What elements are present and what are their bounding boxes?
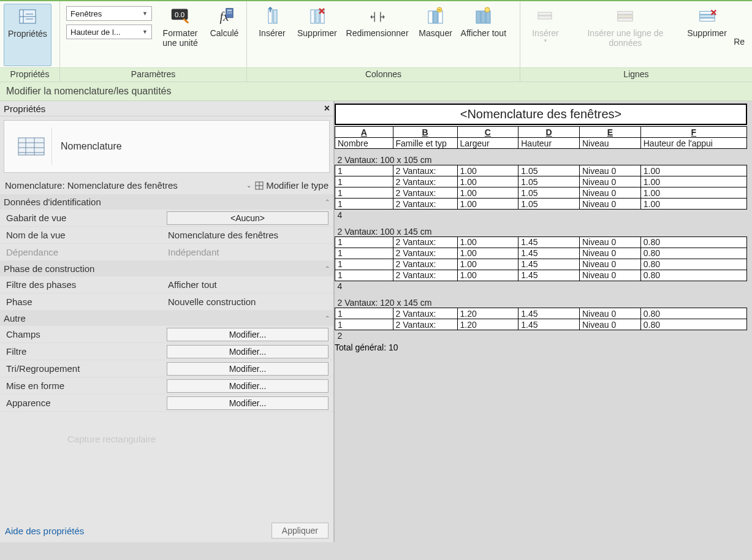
edit-type-button[interactable]: Modifier le type bbox=[255, 180, 329, 191]
delete-row-button[interactable]: Supprimer bbox=[684, 4, 731, 66]
table-cell[interactable]: 2 Vantaux: bbox=[393, 199, 457, 210]
apply-button[interactable]: Appliquer bbox=[272, 523, 329, 539]
type-selector[interactable]: Nomenclature bbox=[4, 120, 330, 173]
table-cell[interactable]: Niveau 0 bbox=[580, 176, 641, 187]
insert-column-button[interactable]: Insérer bbox=[251, 4, 294, 66]
table-cell[interactable]: 1.45 bbox=[518, 248, 580, 259]
resize-column-button[interactable]: Redimensionner bbox=[341, 4, 414, 66]
table-cell[interactable]: 1.45 bbox=[518, 259, 580, 270]
table-cell[interactable]: 1.05 bbox=[518, 176, 580, 187]
table-cell[interactable]: 1.05 bbox=[518, 165, 580, 176]
table-cell[interactable]: 1 bbox=[335, 248, 393, 259]
table-cell[interactable]: 2 Vantaux: bbox=[393, 176, 457, 187]
format-unit-button[interactable]: 0.0 Formater une unité bbox=[154, 4, 206, 66]
phase-value[interactable]: Nouvelle construction bbox=[165, 297, 333, 307]
parameter-field-combo[interactable]: Hauteur de l... ▼ bbox=[66, 25, 152, 39]
table-cell[interactable]: 2 Vantaux: bbox=[393, 248, 457, 259]
table-cell[interactable]: Niveau 0 bbox=[580, 308, 641, 319]
table-row[interactable]: 12 Vantaux:1.201.45Niveau 00.80 bbox=[335, 308, 747, 319]
format-edit-button[interactable]: Modifier... bbox=[167, 379, 329, 393]
table-cell[interactable]: 1.45 bbox=[518, 236, 580, 248]
column-letter[interactable]: D bbox=[518, 127, 580, 138]
ribbon-properties-button[interactable]: Propriétés bbox=[4, 4, 51, 66]
table-cell[interactable]: 0.80 bbox=[640, 319, 746, 330]
table-cell[interactable]: 1 bbox=[335, 165, 393, 176]
table-cell[interactable]: 1 bbox=[335, 259, 393, 270]
table-cell[interactable]: 1.00 bbox=[640, 199, 746, 210]
table-row[interactable]: 12 Vantaux:1.001.45Niveau 00.80 bbox=[335, 236, 747, 248]
hide-column-button[interactable]: Masquer bbox=[414, 4, 457, 66]
schedule-view[interactable]: <Nomenclature des fenêtres> ABCDEFNombre… bbox=[335, 101, 752, 542]
column-header[interactable]: Hauteur de l'appui bbox=[640, 138, 746, 149]
table-cell[interactable]: 1.45 bbox=[518, 308, 580, 319]
table-cell[interactable]: 1 bbox=[335, 176, 393, 187]
table-cell[interactable]: 1.00 bbox=[457, 259, 518, 270]
table-row[interactable]: 12 Vantaux:1.001.45Niveau 00.80 bbox=[335, 259, 747, 270]
table-cell[interactable]: 1 bbox=[335, 308, 393, 319]
table-cell[interactable]: 2 Vantaux: bbox=[393, 236, 457, 248]
table-cell[interactable]: Niveau 0 bbox=[580, 165, 641, 176]
table-row[interactable]: 12 Vantaux:1.001.45Niveau 00.80 bbox=[335, 248, 747, 259]
column-header[interactable]: Niveau bbox=[580, 138, 641, 149]
parameter-category-combo[interactable]: Fenêtres ▼ bbox=[66, 6, 152, 21]
appearance-edit-button[interactable]: Modifier... bbox=[167, 396, 329, 410]
properties-help-link[interactable]: Aide des propriétés bbox=[5, 526, 84, 536]
resize-row-button[interactable]: Re bbox=[730, 4, 748, 66]
instance-select[interactable]: Nomenclature: Nomenclature des fenêtres bbox=[5, 180, 243, 191]
table-cell[interactable]: Niveau 0 bbox=[580, 319, 641, 330]
column-header[interactable]: Famille et typ bbox=[393, 138, 457, 149]
table-cell[interactable]: 1.00 bbox=[457, 199, 518, 210]
section-other-header[interactable]: Autre ⌃ bbox=[0, 311, 333, 326]
schedule-table[interactable]: ABCDEFNombreFamille et typLargeurHauteur… bbox=[335, 126, 747, 341]
table-row[interactable]: 12 Vantaux:1.001.45Niveau 00.80 bbox=[335, 270, 747, 281]
table-cell[interactable]: 1.05 bbox=[518, 187, 580, 199]
table-cell[interactable]: 1.00 bbox=[457, 236, 518, 248]
table-cell[interactable]: 0.80 bbox=[640, 270, 746, 281]
column-letter[interactable]: F bbox=[640, 127, 746, 138]
table-row[interactable]: 12 Vantaux:1.001.05Niveau 01.00 bbox=[335, 176, 747, 187]
section-identification-header[interactable]: Données d'identification ⌃ bbox=[0, 194, 333, 210]
column-header[interactable]: Hauteur bbox=[518, 138, 580, 149]
table-cell[interactable]: 1 bbox=[335, 236, 393, 248]
column-header[interactable]: Nombre bbox=[335, 138, 393, 149]
table-cell[interactable]: 1.20 bbox=[457, 308, 518, 319]
column-header[interactable]: Largeur bbox=[457, 138, 518, 149]
table-cell[interactable]: 1 bbox=[335, 199, 393, 210]
sort-edit-button[interactable]: Modifier... bbox=[167, 362, 329, 376]
table-cell[interactable]: Niveau 0 bbox=[580, 199, 641, 210]
table-cell[interactable]: Niveau 0 bbox=[580, 236, 641, 248]
table-cell[interactable]: 1.20 bbox=[457, 319, 518, 330]
table-cell[interactable]: 1.00 bbox=[640, 176, 746, 187]
table-cell[interactable]: Niveau 0 bbox=[580, 248, 641, 259]
table-cell[interactable]: 2 Vantaux: bbox=[393, 187, 457, 199]
table-row[interactable]: 12 Vantaux:1.001.05Niveau 01.00 bbox=[335, 187, 747, 199]
delete-column-button[interactable]: Supprimer bbox=[294, 4, 341, 66]
table-cell[interactable]: 1.45 bbox=[518, 319, 580, 330]
filter-edit-button[interactable]: Modifier... bbox=[167, 345, 329, 358]
table-cell[interactable]: 2 Vantaux: bbox=[393, 308, 457, 319]
table-cell[interactable]: 0.80 bbox=[640, 308, 746, 319]
table-cell[interactable]: Niveau 0 bbox=[580, 187, 641, 199]
viewname-value[interactable]: Nomenclature des fenêtres bbox=[165, 230, 333, 240]
table-cell[interactable]: 2 Vantaux: bbox=[393, 165, 457, 176]
table-cell[interactable]: 1.00 bbox=[457, 248, 518, 259]
fields-edit-button[interactable]: Modifier... bbox=[167, 328, 329, 341]
table-cell[interactable]: 1.00 bbox=[640, 165, 746, 176]
table-cell[interactable]: 2 Vantaux: bbox=[393, 270, 457, 281]
table-cell[interactable]: 1.00 bbox=[457, 176, 518, 187]
column-letter[interactable]: A bbox=[335, 127, 393, 138]
table-row[interactable]: 12 Vantaux:1.001.05Niveau 01.00 bbox=[335, 165, 747, 176]
column-letter[interactable]: B bbox=[393, 127, 457, 138]
table-row[interactable]: 12 Vantaux:1.201.45Niveau 00.80 bbox=[335, 319, 747, 330]
table-row[interactable]: 12 Vantaux:1.001.05Niveau 01.00 bbox=[335, 199, 747, 210]
table-cell[interactable]: 1 bbox=[335, 319, 393, 330]
calculated-button[interactable]: fx Calculé bbox=[206, 4, 243, 66]
table-cell[interactable]: 0.80 bbox=[640, 259, 746, 270]
phase-filter-value[interactable]: Afficher tout bbox=[165, 279, 333, 290]
table-cell[interactable]: 0.80 bbox=[640, 236, 746, 248]
table-cell[interactable]: 1 bbox=[335, 187, 393, 199]
table-cell[interactable]: 1.45 bbox=[518, 270, 580, 281]
section-phase-header[interactable]: Phase de construction ⌃ bbox=[0, 261, 333, 276]
table-cell[interactable]: 1.00 bbox=[457, 165, 518, 176]
column-letter[interactable]: C bbox=[457, 127, 518, 138]
